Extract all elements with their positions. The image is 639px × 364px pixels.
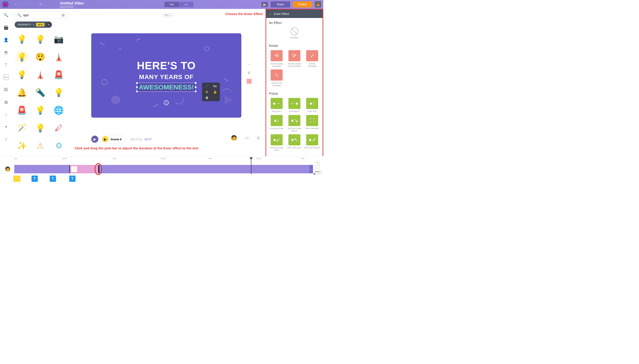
upload-tab-icon[interactable]: ⇧ <box>3 137 9 142</box>
canvas-selected-text[interactable]: AWESOMENESS! <box>137 83 196 92</box>
effect-pop-top-left[interactable]: ●↖POP TOP LEFT <box>287 134 302 152</box>
effects-tab-icon[interactable]: ✦ <box>3 124 9 130</box>
timer-icon[interactable]: ◷ <box>164 100 169 105</box>
timeline-clip-main[interactable] <box>14 165 313 173</box>
props-tab-icon[interactable]: ☕ <box>3 50 9 55</box>
timeline-text-chip[interactable]: T <box>69 176 76 182</box>
library-item[interactable]: 💡 <box>15 50 29 64</box>
library-item[interactable]: 🌐 <box>52 103 66 118</box>
selection-handle[interactable] <box>136 90 138 92</box>
timeline-ruler[interactable]: 21s 21.5s 22s 22.5s 23s 23.5s 24s <box>14 157 313 161</box>
effect-no-effect[interactable]: No Effect <box>269 27 320 39</box>
character-icon[interactable]: 🧑 <box>231 135 237 141</box>
trash-icon[interactable]: 🗑 <box>247 71 251 75</box>
effects-back-icon[interactable]: ← <box>269 12 272 16</box>
background-tab-icon[interactable]: BG <box>3 74 9 80</box>
effect-zoomin-cw[interactable]: ⤢Zoomin Clockwise <box>304 50 320 68</box>
effect-pop-left[interactable]: ●→POP LEFT <box>269 98 284 113</box>
library-item[interactable]: 💡 <box>33 121 47 135</box>
effect-zoomin-acw[interactable]: ⤡Zoomin Anti Clockwise <box>269 70 284 87</box>
effect-pop-top-right[interactable]: ●↗POP TOP RIGHT <box>304 134 320 152</box>
track-avatar-icon[interactable]: 🧑 <box>5 166 11 172</box>
effect-pop-bottom-right[interactable]: ●↘POP BOTTOM RIGHT <box>287 115 302 132</box>
search-input[interactable] <box>23 14 61 17</box>
selection-handle[interactable] <box>195 90 197 92</box>
library-item[interactable]: 🗼 <box>33 68 47 82</box>
audio-tab-icon[interactable]: ♫ <box>3 112 9 117</box>
scene-play-button[interactable]: ▶ <box>102 136 108 142</box>
project-title[interactable]: Untitled Video <box>60 1 84 5</box>
image-tab-icon[interactable]: 🖼 <box>3 87 9 92</box>
library-item[interactable]: 💡 <box>15 68 29 82</box>
color-swatch[interactable] <box>247 79 252 84</box>
library-item[interactable]: 🚨 <box>52 68 66 82</box>
library-item[interactable]: 💡 <box>52 86 66 100</box>
effect-pop-right[interactable]: ←●POP RIGHT <box>287 98 302 113</box>
library-item[interactable]: 🗼 <box>52 50 66 64</box>
library-item[interactable]: 😲 <box>33 50 47 64</box>
clip-right-handle[interactable]: ‹ <box>310 165 313 173</box>
library-item[interactable]: ⚠ <box>33 139 47 150</box>
copy-icon[interactable]: ⧉ <box>37 0 45 8</box>
publish-button[interactable]: Publish <box>293 1 312 8</box>
library-item[interactable]: 🔔 <box>15 86 29 100</box>
selection-handle[interactable] <box>136 82 138 84</box>
library-item[interactable]: 🔦 <box>33 86 47 100</box>
mode-lite-button[interactable]: Lite <box>179 2 194 7</box>
redo-icon[interactable]: ↷ <box>21 0 29 8</box>
effect-pop-bottom-left[interactable]: ●↙POP BOTTOM LEFT <box>269 134 284 152</box>
focus-icon[interactable]: ◎ <box>257 136 260 140</box>
property-chip-remove-icon[interactable]: ✕ <box>47 22 51 27</box>
effect-zoomin-popup-acw[interactable]: ⟳Zoomin popup Anti Clockwise <box>287 50 302 68</box>
search-clear-icon[interactable]: ✕ <box>61 13 65 17</box>
timeline-text-chip[interactable]: T <box>50 176 56 182</box>
undo-icon[interactable]: ↶ <box>11 0 19 8</box>
account-avatar[interactable]: 🦊 <box>315 1 321 8</box>
ctx-settings-icon[interactable]: ⚙ <box>204 90 210 94</box>
zoom-in-button[interactable]: + <box>315 161 320 165</box>
selection-handle[interactable] <box>136 86 138 88</box>
logo-dropdown-icon[interactable]: ▾ <box>9 3 11 6</box>
canvas-line2[interactable]: MANY YEARS OF <box>139 74 193 80</box>
ctx-path-icon[interactable]: ⋰ <box>204 84 210 88</box>
filter-chip-property[interactable]: PROPERTY | 3675 ✕ <box>15 22 52 28</box>
library-item[interactable]: 💡 <box>15 32 29 46</box>
canvas-line1[interactable]: HERE'S TO <box>137 60 196 72</box>
library-item[interactable]: 💡 <box>33 103 47 118</box>
effect-pop-center[interactable]: ⛶POP CENTER <box>304 115 320 132</box>
zoom-slider[interactable] <box>313 174 322 174</box>
library-item[interactable]: ⚙ <box>52 139 66 150</box>
text-tab-icon[interactable]: T <box>3 62 9 68</box>
library-item[interactable]: ✨ <box>15 139 29 150</box>
library-item[interactable]: 🚨 <box>15 103 29 118</box>
video-tab-icon[interactable]: ▦ <box>3 100 9 105</box>
timeline-playhead[interactable] <box>251 159 251 174</box>
ctx-delete-icon[interactable]: 🗑 <box>204 96 210 100</box>
share-button[interactable]: Share <box>271 1 290 8</box>
timeline-text-chip[interactable]: T <box>32 176 38 182</box>
timeline-yellow-chip[interactable] <box>13 176 21 182</box>
app-logo[interactable]: 😈 <box>2 1 9 8</box>
play-all-button[interactable]: ▶ <box>91 136 98 143</box>
effect-pop-top[interactable]: ●↑POP TOP <box>304 98 320 113</box>
effect-zoomin-popup-cw[interactable]: ⟲Zoomin popup Clockwise <box>269 50 284 68</box>
zoom-out-button[interactable]: − <box>315 166 320 170</box>
library-item[interactable]: 📷 <box>52 32 66 46</box>
preview-play-button[interactable]: ▶ <box>261 2 268 7</box>
scene-selector[interactable]: ▶ Scene 6 <box>101 135 126 144</box>
aspect-icon[interactable]: ▭ <box>245 136 249 140</box>
character-tab-icon[interactable]: 👤 <box>3 37 9 42</box>
add-icon[interactable]: ＋ <box>247 62 251 67</box>
library-item[interactable]: 🪄 <box>15 121 29 135</box>
search-tab-icon[interactable]: 🔍 <box>3 12 9 18</box>
scene-canvas[interactable]: HERE'S TO MANY YEARS OF AWESOMENESS! ◷ <box>91 33 241 118</box>
ctx-fx-button[interactable]: Fx <box>212 84 218 88</box>
selection-handle[interactable] <box>195 82 197 84</box>
mode-full-button[interactable]: Full <box>164 2 179 7</box>
scenes-tab-icon[interactable]: 🎬 <box>3 25 9 30</box>
library-item[interactable]: 🖊 <box>52 121 66 135</box>
effect-pop-bottom[interactable]: ●↓POP BOTTOM <box>269 115 284 132</box>
selection-handle[interactable] <box>195 86 197 88</box>
zoom-indicator[interactable]: 93% ▾ <box>162 13 174 17</box>
library-item[interactable]: 💡 <box>33 32 47 46</box>
